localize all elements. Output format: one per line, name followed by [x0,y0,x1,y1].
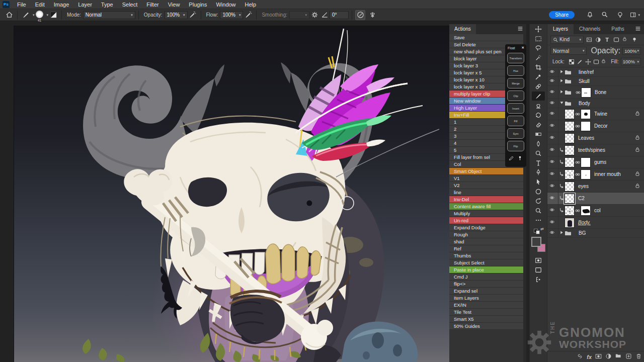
layer-mask-thumbnail[interactable] [581,121,591,131]
filter-pixel-layers-icon[interactable] [585,36,593,43]
new-group-icon[interactable] [615,352,622,361]
layer-row-gums[interactable]: gums [547,156,644,168]
visibility-eye-icon[interactable] [547,229,558,237]
magic-wand-tool-icon[interactable] [532,53,545,62]
edit-toolbar-button[interactable] [532,275,545,284]
layer-thumbnail[interactable] [565,157,575,167]
filter-shape-layers-icon[interactable] [612,36,620,43]
layer-thumbnail[interactable] [565,182,575,192]
action-item[interactable]: V2 [449,182,526,189]
panel-menu-icon[interactable] [517,25,523,34]
crop-tool-icon[interactable] [532,63,545,72]
brush-panel-toggle-icon[interactable] [48,10,58,20]
pressure-size-icon[interactable] [355,10,365,20]
action-item[interactable]: Save [449,34,526,41]
menu-type[interactable]: Type [97,0,118,9]
add-layer-mask-icon[interactable] [595,352,602,361]
action-item[interactable]: Smart Object [449,168,526,175]
layer-row-col[interactable]: col [547,205,644,217]
path-select-tool-icon[interactable] [532,177,545,187]
action-item[interactable]: Un-red [449,217,526,224]
action-item[interactable]: flip<> [449,281,526,288]
filter-toggle-icon[interactable] [630,36,638,43]
tab-channels[interactable]: Channels [574,24,606,34]
action-item[interactable]: Item Layers [449,295,526,302]
actions-tab[interactable]: Actions [449,24,476,34]
float-action-flip[interactable]: Flip [507,141,524,151]
layer-row-bg[interactable]: BG [547,229,644,238]
tab-layers[interactable]: Layers [547,24,574,34]
collapse-arrow-icon[interactable] [558,101,565,106]
expand-arrow-icon[interactable] [558,230,565,236]
lock-transparency-icon[interactable] [568,58,575,65]
screen-mode-button[interactable] [532,265,545,275]
float-action-sym[interactable]: Sym [507,128,524,139]
layer-row-teeth-spines[interactable]: teeth/spines [547,144,644,156]
lock-artboard-icon[interactable] [593,58,599,65]
layer-thumbnail[interactable] [565,145,575,155]
menu-select[interactable]: Select [118,0,142,9]
lasso-tool-icon[interactable] [532,44,545,53]
visibility-eye-icon[interactable] [547,193,558,204]
visibility-eye-icon[interactable] [547,77,558,85]
quick-mask-button[interactable] [532,256,545,265]
history-brush-tool-icon[interactable] [532,111,545,120]
action-item[interactable]: Content aware fill [449,203,526,210]
dodge-tool-icon[interactable] [532,149,545,158]
rotate-view-tool-icon[interactable] [532,197,545,206]
float-action-invert[interactable]: Invert [507,103,524,114]
lock-pixels-icon[interactable] [576,58,583,65]
workspace-switcher-icon[interactable]: ▾ [630,10,640,20]
mode-dropdown[interactable]: Normal ▾ [83,11,135,19]
action-item[interactable]: Ref [449,245,526,252]
filter-smart-objects-icon[interactable] [621,36,629,43]
layer-row-twine[interactable]: Twine [547,108,644,120]
marquee-tool-icon[interactable] [532,34,545,43]
layer-row-decor[interactable]: Decor [547,120,644,132]
airbrush-icon[interactable] [243,10,253,20]
delete-layer-icon[interactable] [635,352,642,361]
visibility-eye-icon[interactable] [547,205,558,216]
airbrush-opacity-icon[interactable] [188,10,198,20]
lock-position-icon[interactable] [585,58,591,65]
move-tool-icon[interactable] [532,25,545,34]
type-tool-icon[interactable] [532,158,545,167]
layer-mask-thumbnail[interactable] [581,169,591,179]
layer-row-eyes[interactable]: eyes [547,180,644,193]
notifications-bell-icon[interactable] [585,10,595,20]
layer-row-line-ref[interactable]: line/ref [547,68,644,77]
filter-type-layers-icon[interactable]: T [603,36,611,43]
layer-row-body-[interactable]: Body. [547,217,644,229]
gradient-tool-icon[interactable] [532,130,545,139]
pencil-icon[interactable] [509,154,514,163]
adjustment-layer-icon[interactable] [605,352,612,361]
action-item[interactable]: V1 [449,175,526,182]
link-layers-icon[interactable] [577,352,583,361]
eraser-tool-icon[interactable] [532,120,545,129]
color-swatches[interactable] [531,237,546,252]
layer-row-bone[interactable]: Bone [547,86,644,99]
healing-brush-tool-icon[interactable] [532,82,545,91]
visibility-eye-icon[interactable] [547,168,558,180]
filter-adjustment-layers-icon[interactable] [594,36,602,43]
tab-paths[interactable]: Paths [606,24,630,34]
foreground-color-swatch[interactable] [531,237,541,247]
menu-layer[interactable]: Layer [73,0,97,9]
visibility-eye-icon[interactable] [547,180,558,192]
layer-mask-thumbnail[interactable] [581,157,591,167]
smoothing-gear-icon[interactable] [309,10,319,20]
action-item[interactable]: Rough [449,231,526,238]
opacity-dropdown[interactable]: 100% ▾ [165,11,188,19]
visibility-eye-icon[interactable] [547,120,558,132]
canvas-artwork[interactable] [14,26,449,362]
menu-window[interactable]: Window [211,0,240,9]
layer-fill-field[interactable]: 100% ▾ [621,58,641,65]
zoom-tool-icon[interactable] [532,206,545,215]
panel-menu-icon[interactable] [635,25,641,34]
action-item[interactable]: Paste in place [449,266,526,274]
menu-plugins[interactable]: Plugins [184,0,211,9]
layer-style-fx-icon[interactable]: fx [587,354,592,360]
flow-dropdown[interactable]: 100% ▾ [220,11,243,19]
float-action-clip[interactable]: Clip [507,90,524,101]
clone-stamp-tool-icon[interactable] [532,101,545,110]
